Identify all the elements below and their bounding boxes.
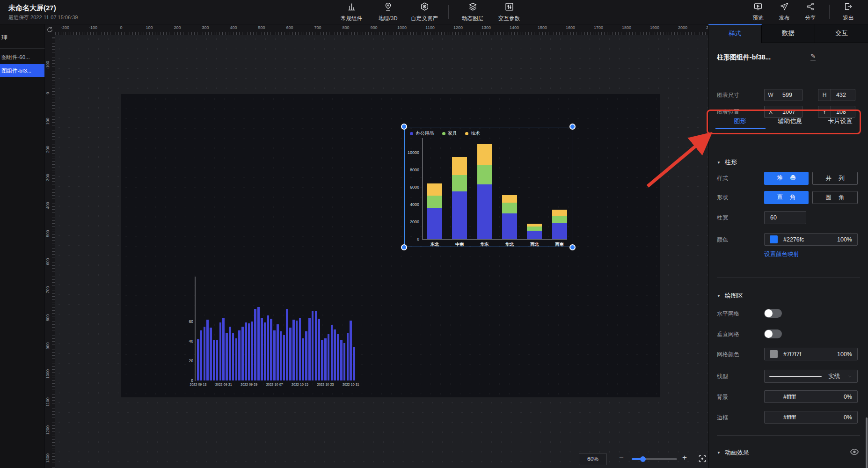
tab-style[interactable]: 样式 (708, 24, 762, 43)
tab-interaction[interactable]: 交互 (815, 24, 868, 43)
section-bar-title: 柱形 (725, 158, 737, 167)
width-field-value[interactable]: 599 (777, 92, 802, 98)
ruler-label: 200 (174, 25, 181, 30)
ruler-label: 1000 (45, 367, 50, 381)
height-field[interactable]: H 432 (818, 89, 855, 101)
share-icon (806, 2, 815, 13)
preview-button[interactable]: 预览 (745, 2, 771, 22)
h-grid-toggle[interactable] (764, 309, 782, 318)
line-type-label: 线型 (717, 373, 728, 380)
color-swatch[interactable] (770, 350, 778, 358)
zoom-slider-knob[interactable] (640, 456, 646, 462)
color-opacity-value[interactable]: 100% (837, 351, 852, 358)
toolbar-item-dynamic-layers[interactable]: 动态图层 (454, 2, 491, 22)
right-angle-option-button[interactable]: 直 角 (764, 191, 809, 204)
resize-handle-se[interactable] (569, 244, 576, 250)
subtab-card-settings[interactable]: 卡片设置 (815, 116, 865, 129)
zoom-out-button[interactable]: − (619, 453, 624, 463)
side-by-side-option-button[interactable]: 并 列 (812, 172, 858, 185)
color-mapping-link[interactable]: 设置颜色映射 (764, 250, 799, 258)
bar (347, 333, 349, 380)
color-opacity-value[interactable]: 100% (837, 236, 852, 243)
y-field-value[interactable]: 108 (831, 109, 855, 115)
bar-style-label: 样式 (717, 175, 728, 183)
fit-to-screen-button[interactable] (698, 454, 707, 463)
layer-item[interactable]: 图组件-60... (0, 51, 44, 64)
stacked-option-button[interactable]: 堆 叠 (764, 172, 809, 185)
v-grid-toggle[interactable] (764, 329, 782, 338)
ruler-label: -100 (89, 25, 97, 30)
resize-handle-ne[interactable] (569, 124, 576, 130)
bar (308, 318, 311, 380)
section-bar[interactable]: ▼ 柱形 (717, 158, 737, 167)
subtab-auxiliary-info[interactable]: 辅助信息 (765, 116, 815, 129)
panel-scrollbar[interactable] (866, 417, 868, 468)
toolbar-item-label: 交互参数 (498, 15, 520, 22)
bar (254, 309, 256, 380)
pencil-icon[interactable]: ✎ (810, 52, 816, 60)
tab-data[interactable]: 数据 (762, 24, 815, 43)
x-axis-date-label: 2022-10-07 (262, 383, 287, 386)
toolbar-item-geo-3d[interactable]: 地理/3D (370, 2, 406, 22)
color-hex-value[interactable]: #ffffff (770, 414, 844, 421)
toolbar-item-custom-assets[interactable]: 自定义资产 (406, 2, 443, 22)
ruler-reset-button[interactable] (44, 24, 55, 35)
section-animation[interactable]: ▼ 动画效果 (717, 448, 749, 457)
layer-item[interactable]: 图组件-bf3... (0, 64, 44, 77)
bar (302, 338, 304, 380)
bar (334, 329, 336, 380)
daily-bars-chart-widget[interactable]: 02040602022-09-132022-09-212022-09-29202… (190, 273, 360, 388)
color-opacity-value[interactable]: 0% (844, 414, 852, 421)
color-swatch[interactable] (770, 235, 778, 243)
zoom-in-button[interactable]: + (682, 453, 687, 462)
canvas-zoom-input[interactable]: 60% (579, 453, 607, 465)
bar-color-input[interactable]: #2276fc 100% (764, 233, 858, 246)
ruler-label: 1800 (622, 25, 631, 30)
x-field-value[interactable]: 1007 (777, 109, 802, 115)
color-hex-value[interactable]: #7f7f7f (783, 351, 837, 358)
bar (200, 330, 203, 380)
design-canvas[interactable]: -200-10001002003004005006007008009001000… (44, 24, 708, 468)
x-axis-date-label: 2022-09-21 (211, 383, 236, 386)
border-label: 边框 (717, 414, 728, 422)
eye-icon[interactable] (850, 448, 859, 455)
toolbar-item-label: 动态图层 (462, 15, 483, 22)
share-button[interactable]: 分享 (797, 2, 824, 22)
action-label: 预览 (753, 15, 764, 22)
height-field-value[interactable]: 432 (831, 92, 855, 98)
toolbar-item-common-components[interactable]: 常规组件 (333, 2, 370, 22)
bg-color-input[interactable]: #ffffff 0% (764, 390, 858, 403)
bar (353, 347, 355, 380)
bar (318, 319, 320, 380)
toolbar-item-interaction-params[interactable]: 交互参数 (491, 2, 527, 22)
border-color-input[interactable]: #ffffff 0% (764, 411, 858, 424)
bar (337, 334, 339, 380)
section-plot-area[interactable]: ▼ 绘图区 (717, 292, 743, 300)
settings-panel: 样式 数据 交互 柱形图组件-bf38... ✎ 图表尺寸 W 599 H 43… (708, 24, 868, 468)
resize-handle-nw[interactable] (401, 124, 407, 130)
color-opacity-value[interactable]: 0% (844, 394, 852, 400)
color-hex-value[interactable]: #2276fc (783, 236, 837, 243)
subtab-graphic[interactable]: 图形 (715, 116, 765, 129)
zoom-slider[interactable] (632, 458, 677, 460)
ruler-label: 1300 (45, 451, 50, 465)
bar-width-input[interactable]: 60 (764, 211, 806, 224)
ruler-label: 1000 (397, 25, 407, 30)
line-type-dropdown[interactable]: 实线 (764, 370, 858, 383)
sliders-icon (504, 2, 514, 14)
rounded-option-button[interactable]: 圆 角 (812, 191, 858, 204)
grid-color-input[interactable]: #7f7f7f 100% (764, 348, 858, 360)
bar (292, 320, 295, 380)
bar (232, 333, 234, 380)
width-field[interactable]: W 599 (764, 89, 802, 101)
resize-handle-sw[interactable] (401, 244, 407, 250)
toolbar-item-label: 常规组件 (341, 15, 362, 22)
ruler-label: 500 (45, 227, 50, 241)
bar (206, 320, 209, 380)
ruler-label: 300 (202, 25, 209, 30)
stacked-bar-chart-widget[interactable]: 0200040006000800010000东北中南华东华北西北西南 办公用品家… (404, 127, 572, 247)
ruler-label: -100 (45, 58, 50, 72)
color-hex-value[interactable]: #ffffff (770, 394, 844, 400)
exit-button[interactable]: 退出 (835, 2, 861, 22)
publish-button[interactable]: 发布 (771, 2, 797, 22)
